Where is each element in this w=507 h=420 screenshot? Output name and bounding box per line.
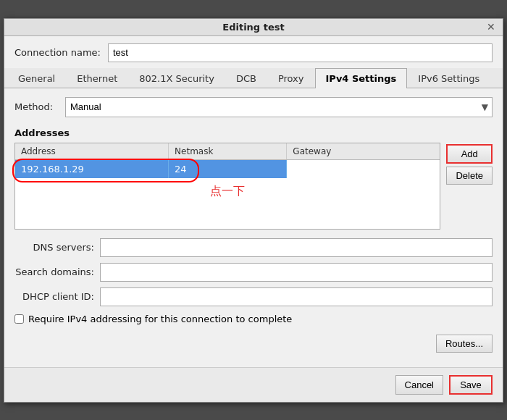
dhcp-client-id-label: DHCP client ID:: [14, 291, 94, 302]
search-domains-input[interactable]: [100, 263, 493, 282]
close-button[interactable]: ✕: [485, 21, 497, 33]
connection-name-input[interactable]: [108, 43, 493, 62]
hint-text: 点一下: [15, 178, 440, 205]
dns-servers-label: DNS servers:: [14, 242, 94, 253]
tab-dcb[interactable]: DCB: [225, 68, 267, 88]
delete-button[interactable]: Delete: [446, 167, 493, 185]
tab-proxy[interactable]: Proxy: [267, 68, 315, 88]
dialog-window: Editing test ✕ Connection name: General …: [4, 18, 503, 403]
add-button[interactable]: Add: [446, 144, 493, 164]
require-ipv4-row: Require IPv4 addressing for this connect…: [14, 314, 493, 324]
require-ipv4-checkbox[interactable]: [14, 314, 24, 324]
addresses-area: Address Netmask Gateway 192.168.1.29 24 …: [14, 143, 493, 230]
tab-ipv6[interactable]: IPv6 Settings: [407, 68, 490, 88]
col-netmask: Netmask: [169, 143, 287, 159]
method-select[interactable]: Manual Automatic (DHCP) Link-Local Only …: [65, 97, 493, 117]
title-bar: Editing test ✕: [4, 19, 503, 36]
table-row[interactable]: 192.168.1.29 24: [15, 160, 440, 178]
tab-ethernet[interactable]: Ethernet: [66, 68, 128, 88]
dhcp-client-id-input[interactable]: [100, 287, 493, 306]
save-button[interactable]: Save: [449, 375, 493, 395]
cell-netmask: 24: [169, 160, 287, 178]
addresses-section-title: Addresses: [14, 127, 493, 138]
dhcp-client-id-row: DHCP client ID:: [14, 287, 493, 306]
addresses-table: Address Netmask Gateway 192.168.1.29 24 …: [14, 143, 440, 230]
dns-servers-row: DNS servers:: [14, 238, 493, 257]
tab-8021x[interactable]: 802.1X Security: [128, 68, 225, 88]
method-label: Method:: [14, 101, 58, 112]
col-gateway: Gateway: [287, 143, 440, 159]
tabs-bar: General Ethernet 802.1X Security DCB Pro…: [4, 68, 503, 88]
tab-content: Method: Manual Automatic (DHCP) Link-Loc…: [4, 88, 503, 367]
connection-name-row: Connection name:: [4, 36, 503, 68]
col-address: Address: [15, 143, 169, 159]
cancel-button[interactable]: Cancel: [395, 375, 443, 395]
connection-name-label: Connection name:: [14, 47, 101, 58]
tab-ipv4[interactable]: IPv4 Settings: [315, 68, 408, 88]
routes-button[interactable]: Routes...: [436, 335, 493, 353]
require-ipv4-label: Require IPv4 addressing for this connect…: [28, 314, 292, 324]
search-domains-label: Search domains:: [14, 266, 94, 277]
routes-row: Routes...: [14, 335, 493, 353]
search-domains-row: Search domains:: [14, 263, 493, 282]
tab-general[interactable]: General: [7, 68, 66, 88]
address-buttons: Add Delete: [446, 143, 493, 230]
bottom-buttons: Cancel Save: [4, 367, 503, 402]
dns-servers-input[interactable]: [100, 238, 493, 257]
method-select-wrapper: Manual Automatic (DHCP) Link-Local Only …: [65, 97, 493, 117]
dialog-title: Editing test: [22, 22, 485, 33]
table-header: Address Netmask Gateway: [15, 143, 440, 160]
cell-address: 192.168.1.29: [15, 160, 169, 178]
method-row: Method: Manual Automatic (DHCP) Link-Loc…: [14, 97, 493, 117]
cell-gateway[interactable]: [287, 160, 440, 178]
